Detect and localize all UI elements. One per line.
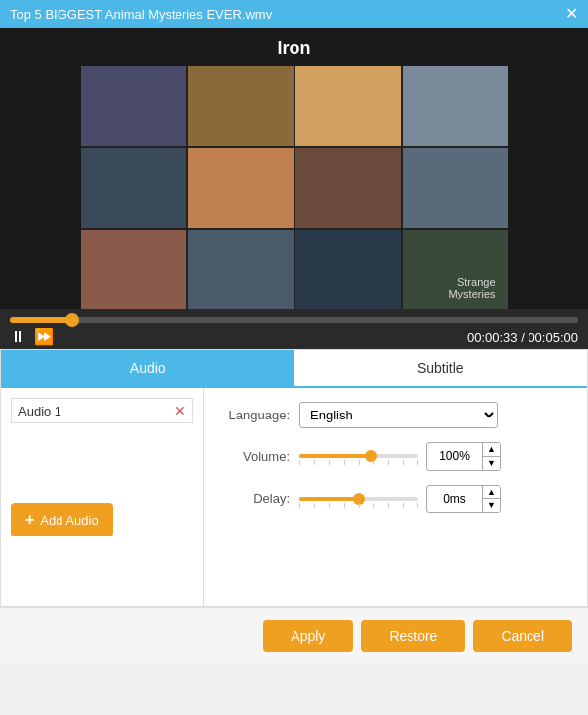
volume-row: Volume: ▲ [220,442,571,471]
add-audio-label: Add Audio [40,513,98,528]
time-display: 00:00:33 / 00:05:00 [467,330,578,345]
video-preview: StrangeMysteries [81,66,508,309]
progress-thumb[interactable] [65,313,79,327]
video-cell [295,66,401,146]
close-button[interactable]: ✕ [565,6,578,22]
delay-spin-buttons: ▲ ▼ [482,486,500,513]
language-control: English French Spanish German Chinese Ja… [299,402,571,428]
volume-increment[interactable]: ▲ [483,443,500,457]
video-title: Iron [278,38,311,59]
volume-slider[interactable] [299,454,418,458]
delay-slider[interactable] [299,497,418,501]
audio-item: Audio 1 ✕ [11,398,193,423]
video-cell [188,148,294,227]
delay-control: ▲ ▼ [299,485,571,514]
language-dropdown[interactable]: English French Spanish German Chinese Ja… [299,402,498,428]
progress-fill [10,317,72,323]
video-cell [403,66,508,146]
current-time: 00:00:33 [467,330,518,345]
delay-decrement[interactable]: ▼ [483,499,500,512]
video-cell [81,66,186,146]
progress-track[interactable] [10,317,578,323]
delay-fill [299,497,359,501]
delay-row: Delay: ▲ [220,485,571,514]
play-pause-button[interactable]: ⏸ [10,329,26,345]
tab-subtitle[interactable]: Subtitle [294,350,588,386]
video-cell [295,148,401,227]
tabs-section: Audio Subtitle Audio 1 ✕ + Add Audio Lan… [0,349,588,607]
player-controls: ⏸ ⏩ 00:00:33 / 00:05:00 [0,309,588,349]
video-cell [403,148,508,227]
title-bar: Top 5 BIGGEST Animal Mysteries EVER.wmv … [0,0,588,28]
controls-row: ⏸ ⏩ 00:00:33 / 00:05:00 [10,329,578,345]
video-section: Iron StrangeMysteries [0,28,588,309]
apply-button[interactable]: Apply [263,620,353,652]
audio-list-panel: Audio 1 ✕ + Add Audio [1,388,204,606]
delay-label: Delay: [220,491,290,506]
volume-value[interactable] [427,446,482,466]
audio-item-remove-button[interactable]: ✕ [175,403,186,418]
video-cell [188,66,294,146]
tab-audio[interactable]: Audio [1,350,294,386]
language-row: Language: English French Spanish German … [220,402,571,428]
video-cell [81,230,186,309]
volume-fill [299,454,371,458]
volume-label: Volume: [220,449,290,464]
video-cell [295,230,401,309]
volume-spin-buttons: ▲ ▼ [482,443,500,470]
volume-control: ▲ ▼ [299,442,571,471]
add-audio-plus-icon: + [25,511,34,529]
video-cell [403,230,508,309]
cancel-button[interactable]: Cancel [473,620,572,652]
language-label: Language: [220,408,290,422]
tabs-body: Audio 1 ✕ + Add Audio Language: English … [1,388,587,606]
delay-increment[interactable]: ▲ [483,486,500,500]
audio-controls-panel: Language: English French Spanish German … [204,388,587,606]
action-bar: Apply Restore Cancel [0,607,588,663]
total-time: 00:05:00 [528,330,578,345]
fast-forward-button[interactable]: ⏩ [34,329,54,345]
video-cell [188,230,294,309]
tabs-header: Audio Subtitle [1,350,587,388]
volume-spin: ▲ ▼ [426,442,501,471]
restore-button[interactable]: Restore [361,620,465,652]
controls-left: ⏸ ⏩ [10,329,54,345]
audio-item-label: Audio 1 [18,404,61,418]
window-title: Top 5 BIGGEST Animal Mysteries EVER.wmv [10,7,272,22]
add-audio-button[interactable]: + Add Audio [11,503,113,536]
delay-value[interactable] [427,489,482,509]
video-cell [81,148,186,227]
volume-decrement[interactable]: ▼ [483,457,500,470]
delay-spin: ▲ ▼ [426,485,501,514]
